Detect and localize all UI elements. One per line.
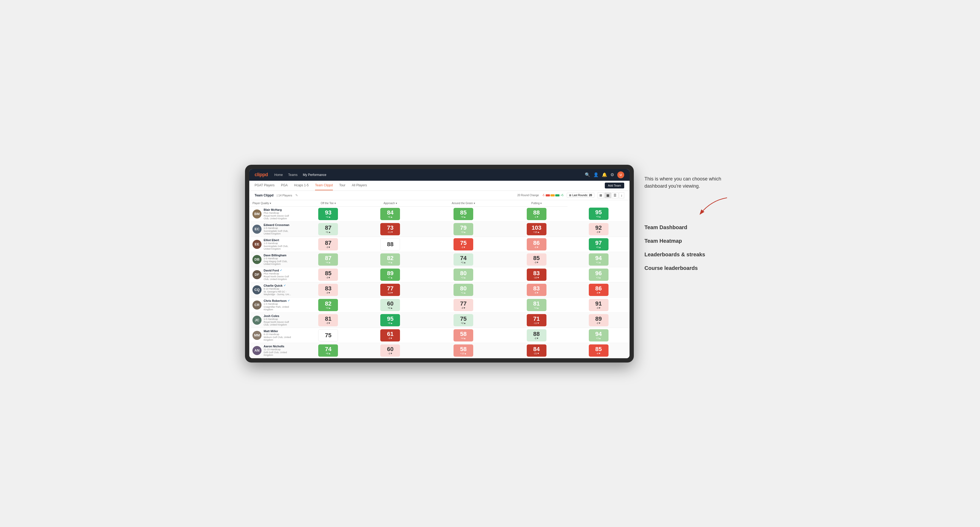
score-cell[interactable]: 80 +1▲ (421, 282, 506, 297)
col-header-player[interactable]: Player Quality ▾ (249, 200, 297, 206)
score-cell[interactable]: 94 +3▲ (568, 328, 630, 343)
score-cell[interactable]: 60 +2▲ (359, 297, 421, 313)
score-cell[interactable]: 88 -1▼ (506, 206, 568, 221)
score-cell[interactable]: 58 +4▲ (421, 328, 506, 343)
player-cell[interactable]: BM Blair McHarg Plus Handicap Royal Nort… (249, 206, 297, 221)
user-avatar[interactable]: U (617, 171, 624, 178)
score-cell[interactable]: 80 +3▲ (421, 267, 506, 282)
export-btn[interactable]: ↓ (619, 192, 624, 198)
col-header-putting[interactable]: Putting ▾ (506, 200, 568, 206)
score-cell[interactable]: 74 +1▲ (421, 252, 506, 267)
nav-link-performance[interactable]: My Performance (303, 172, 326, 178)
score-cell[interactable]: 75 +2▲ (421, 313, 506, 328)
subnav-hcaps[interactable]: Hcaps 1-5 (294, 181, 309, 190)
player-cell[interactable]: DF David Ford ✓ Plus Handicap Royal Nort… (249, 267, 297, 282)
settings-icon[interactable]: ⚙ (610, 172, 614, 177)
score-cell[interactable]: 83 -10▼ (506, 267, 568, 282)
score-box: 83 -6▼ (527, 284, 546, 296)
col-header-green[interactable]: Around the Green ▾ (421, 200, 506, 206)
score-cell[interactable]: 77 -14▼ (359, 282, 421, 297)
col-header-tee[interactable]: Off the Tee ▾ (297, 200, 359, 206)
profile-icon[interactable]: 👤 (593, 172, 599, 177)
score-cell[interactable]: 85 -4▼ (568, 343, 630, 358)
score-cell[interactable]: 89 -2▼ (568, 313, 630, 328)
score-cell[interactable]: 89 +7▲ (359, 267, 421, 282)
score-cell[interactable]: 85 +8▲ (421, 206, 506, 221)
score-cell[interactable]: 87 +4▲ (297, 252, 359, 267)
score-cell[interactable]: 95 +8▲ (359, 313, 421, 328)
score-cell[interactable]: 83 -3▼ (297, 282, 359, 297)
score-cell[interactable]: 84 -21▼ (506, 343, 568, 358)
player-cell[interactable]: CQ Charlie Quick ✓ 6-10 Handicap St. Geo… (249, 282, 297, 297)
score-cell[interactable]: 94 +1▲ (568, 252, 630, 267)
score-cell[interactable]: 93 +4▲ (297, 206, 359, 221)
score-cell[interactable]: 61 -3▼ (359, 328, 421, 343)
score-cell[interactable]: 82 +4▲ (359, 252, 421, 267)
score-cell[interactable]: 97 +5▲ (568, 237, 630, 252)
player-info: Edward Crossman 1-5 Handicap Sunningdale… (264, 223, 294, 235)
score-cell[interactable]: 81 -3▼ (297, 313, 359, 328)
score-value: 82 (325, 301, 331, 306)
subnav-pga[interactable]: PGA (281, 181, 288, 190)
score-cell[interactable]: 81 +4▲ (506, 297, 568, 313)
col-header-approach[interactable]: Approach ▾ (359, 200, 421, 206)
score-cell[interactable]: 73 -11▼ (359, 221, 421, 237)
score-cell[interactable]: 96 +3▲ (568, 267, 630, 282)
score-cell[interactable]: 84 +6▲ (359, 206, 421, 221)
player-cell[interactable]: DB Dave Billingham 1-5 Handicap Gog Mago… (249, 252, 297, 267)
add-team-button[interactable]: Add Team (605, 183, 624, 189)
nav-link-teams[interactable]: Teams (288, 172, 298, 178)
subnav-tour[interactable]: Tour (339, 181, 345, 190)
player-cell[interactable]: MM Matt Miller 6-10 Handicap Woburn Golf… (249, 328, 297, 343)
subnav-all-players[interactable]: All Players (352, 181, 367, 190)
menu-item-course[interactable]: Course leaderboards (644, 265, 735, 271)
score-cell[interactable]: 75 -3▼ (421, 237, 506, 252)
player-cell[interactable]: EE Elliot Ebert 1-5 Handicap Sunningdale… (249, 237, 297, 252)
score-cell[interactable]: 103 +15▲ (506, 221, 568, 237)
bell-icon[interactable]: 🔔 (602, 172, 607, 177)
score-cell[interactable]: 71 -11▼ (506, 313, 568, 328)
score-cell[interactable]: 95 +9▲ (568, 206, 630, 221)
score-cell[interactable]: 88 -2▼ (506, 328, 568, 343)
score-cell[interactable]: 86 -8▼ (568, 282, 630, 297)
score-cell[interactable]: 88 (359, 237, 421, 252)
score-cell[interactable]: 92 -3▼ (568, 221, 630, 237)
score-cell[interactable]: 79 +9▲ (421, 221, 506, 237)
menu-item-heatmap[interactable]: Team Heatmap (644, 238, 735, 244)
score-cell[interactable]: 87 -3▼ (297, 237, 359, 252)
score-cell[interactable]: 74 +8▲ (297, 343, 359, 358)
player-cell[interactable]: JC Josh Coles 1-5 Handicap Royal North D… (249, 313, 297, 328)
subnav-pgat[interactable]: PGAT Players (255, 181, 275, 190)
heatmap-view-btn[interactable]: ▦ (605, 192, 611, 198)
nav-link-home[interactable]: Home (274, 172, 283, 178)
list-view-btn[interactable]: ☰ (612, 192, 618, 198)
menu-item-leaderboards[interactable]: Leaderboards & streaks (644, 252, 735, 258)
score-cell[interactable]: 85 -3▼ (297, 267, 359, 282)
last-rounds-button[interactable]: ⊞ Last Rounds: 20 (567, 193, 594, 198)
player-cell[interactable]: EC Edward Crossman 1-5 Handicap Sunningd… (249, 221, 297, 237)
search-icon[interactable]: 🔍 (585, 172, 590, 177)
score-cell[interactable]: 82 +3▲ (297, 297, 359, 313)
score-cell[interactable]: 85 -3▼ (506, 252, 568, 267)
score-box: 88 -1▼ (527, 208, 546, 220)
score-change: +1▲ (326, 231, 331, 233)
player-cell[interactable]: CR Chris Robertson ✓ 1-5 Handicap Craigm… (249, 297, 297, 313)
score-value: 81 (533, 301, 539, 306)
score-value: 75 (460, 316, 466, 322)
score-cell[interactable]: 75 (297, 328, 359, 343)
score-cell[interactable]: 83 -6▼ (506, 282, 568, 297)
score-cell[interactable]: 86 -6▼ (506, 237, 568, 252)
score-value: 81 (325, 316, 331, 322)
score-box: 81 -3▼ (318, 314, 338, 326)
score-cell[interactable]: 91 -3▼ (568, 297, 630, 313)
score-cell[interactable]: 87 +1▲ (297, 221, 359, 237)
subnav-team-clippd[interactable]: Team Clippd (315, 181, 333, 190)
score-cell[interactable]: 60 -1▼ (359, 343, 421, 358)
score-cell[interactable]: 58 +10▲ (421, 343, 506, 358)
edit-team-icon[interactable]: ✎ (295, 194, 298, 197)
score-cell[interactable]: 77 -3▼ (421, 297, 506, 313)
player-cell[interactable]: AN Aaron Nicholls 11-15 Handicap Drift G… (249, 343, 297, 358)
grid-view-btn[interactable]: ⊞ (598, 192, 604, 198)
score-box: 103 +15▲ (527, 223, 546, 235)
menu-item-dashboard[interactable]: Team Dashboard (644, 224, 735, 230)
